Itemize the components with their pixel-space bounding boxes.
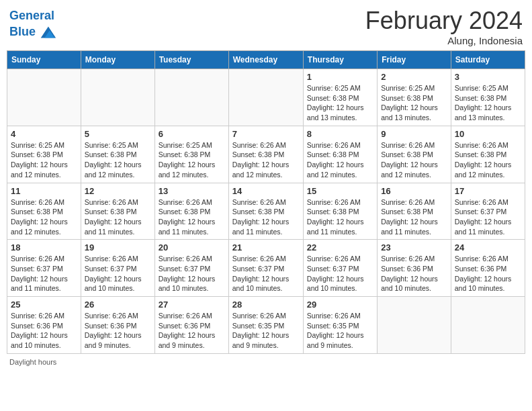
calendar-week-row: 25Sunrise: 6:26 AM Sunset: 6:36 PM Dayli… bbox=[7, 297, 525, 354]
footer: Daylight hours bbox=[7, 358, 525, 366]
calendar-cell: 18Sunrise: 6:26 AM Sunset: 6:37 PM Dayli… bbox=[7, 240, 81, 297]
cell-info-text: Sunrise: 6:26 AM Sunset: 6:38 PM Dayligh… bbox=[307, 140, 373, 180]
cell-info-text: Sunrise: 6:26 AM Sunset: 6:36 PM Dayligh… bbox=[11, 311, 77, 351]
cell-info-text: Sunrise: 6:26 AM Sunset: 6:35 PM Dayligh… bbox=[307, 311, 373, 351]
calendar-week-row: 18Sunrise: 6:26 AM Sunset: 6:37 PM Dayli… bbox=[7, 240, 525, 297]
page-header: General Blue February 2024 Alung, Indone… bbox=[7, 7, 525, 46]
cell-info-text: Sunrise: 6:26 AM Sunset: 6:38 PM Dayligh… bbox=[85, 197, 151, 237]
calendar-table: SundayMondayTuesdayWednesdayThursdayFrid… bbox=[7, 50, 525, 354]
dow-cell: Saturday bbox=[451, 51, 525, 69]
cell-day-number: 24 bbox=[455, 242, 521, 253]
cell-info-text: Sunrise: 6:25 AM Sunset: 6:38 PM Dayligh… bbox=[381, 83, 447, 123]
calendar-cell bbox=[7, 69, 81, 126]
calendar-body: 1Sunrise: 6:25 AM Sunset: 6:38 PM Daylig… bbox=[7, 69, 525, 354]
calendar-week-row: 11Sunrise: 6:26 AM Sunset: 6:38 PM Dayli… bbox=[7, 183, 525, 240]
cell-info-text: Sunrise: 6:26 AM Sunset: 6:36 PM Dayligh… bbox=[455, 254, 521, 293]
cell-day-number: 7 bbox=[232, 129, 300, 139]
cell-info-text: Sunrise: 6:26 AM Sunset: 6:37 PM Dayligh… bbox=[455, 197, 521, 237]
cell-info-text: Sunrise: 6:26 AM Sunset: 6:38 PM Dayligh… bbox=[381, 197, 447, 237]
calendar-cell: 2Sunrise: 6:25 AM Sunset: 6:38 PM Daylig… bbox=[378, 69, 451, 126]
calendar-cell: 26Sunrise: 6:26 AM Sunset: 6:36 PM Dayli… bbox=[81, 297, 154, 354]
calendar-cell: 13Sunrise: 6:26 AM Sunset: 6:38 PM Dayli… bbox=[154, 183, 228, 240]
cell-info-text: Sunrise: 6:26 AM Sunset: 6:36 PM Dayligh… bbox=[85, 311, 151, 351]
cell-day-number: 26 bbox=[85, 300, 151, 310]
cell-day-number: 19 bbox=[85, 242, 151, 253]
dow-cell: Thursday bbox=[303, 51, 377, 69]
location-subtitle: Alung, Indonesia bbox=[365, 35, 523, 46]
calendar-cell: 6Sunrise: 6:25 AM Sunset: 6:38 PM Daylig… bbox=[154, 126, 228, 183]
dow-cell: Friday bbox=[378, 51, 451, 69]
calendar-cell bbox=[378, 297, 451, 354]
cell-day-number: 27 bbox=[159, 300, 225, 310]
cell-day-number: 10 bbox=[455, 129, 521, 139]
month-title: February 2024 bbox=[365, 7, 523, 35]
cell-info-text: Sunrise: 6:26 AM Sunset: 6:37 PM Dayligh… bbox=[232, 254, 300, 293]
cell-info-text: Sunrise: 6:26 AM Sunset: 6:36 PM Dayligh… bbox=[159, 311, 225, 351]
calendar-cell: 16Sunrise: 6:26 AM Sunset: 6:38 PM Dayli… bbox=[378, 183, 451, 240]
cell-info-text: Sunrise: 6:26 AM Sunset: 6:38 PM Dayligh… bbox=[232, 140, 300, 180]
day-of-week-header: SundayMondayTuesdayWednesdayThursdayFrid… bbox=[7, 51, 525, 69]
cell-day-number: 8 bbox=[307, 129, 373, 139]
cell-day-number: 13 bbox=[159, 186, 225, 196]
calendar-cell: 1Sunrise: 6:25 AM Sunset: 6:38 PM Daylig… bbox=[303, 69, 377, 126]
calendar-cell: 20Sunrise: 6:26 AM Sunset: 6:37 PM Dayli… bbox=[154, 240, 228, 297]
dow-cell: Sunday bbox=[7, 51, 81, 69]
calendar-cell: 15Sunrise: 6:26 AM Sunset: 6:38 PM Dayli… bbox=[303, 183, 377, 240]
calendar-cell: 11Sunrise: 6:26 AM Sunset: 6:38 PM Dayli… bbox=[7, 183, 81, 240]
calendar-cell: 4Sunrise: 6:25 AM Sunset: 6:38 PM Daylig… bbox=[7, 126, 81, 183]
cell-info-text: Sunrise: 6:26 AM Sunset: 6:38 PM Dayligh… bbox=[381, 140, 447, 180]
calendar-cell: 28Sunrise: 6:26 AM Sunset: 6:35 PM Dayli… bbox=[228, 297, 303, 354]
calendar-cell: 14Sunrise: 6:26 AM Sunset: 6:38 PM Dayli… bbox=[228, 183, 303, 240]
calendar-week-row: 4Sunrise: 6:25 AM Sunset: 6:38 PM Daylig… bbox=[7, 126, 525, 183]
calendar-cell: 21Sunrise: 6:26 AM Sunset: 6:37 PM Dayli… bbox=[228, 240, 303, 297]
cell-info-text: Sunrise: 6:26 AM Sunset: 6:38 PM Dayligh… bbox=[232, 197, 300, 237]
cell-day-number: 15 bbox=[307, 186, 373, 196]
calendar-cell bbox=[228, 69, 303, 126]
cell-info-text: Sunrise: 6:26 AM Sunset: 6:37 PM Dayligh… bbox=[85, 254, 151, 293]
cell-info-text: Sunrise: 6:25 AM Sunset: 6:38 PM Dayligh… bbox=[159, 140, 225, 180]
footer-text: Daylight hours bbox=[9, 358, 56, 366]
calendar-cell: 7Sunrise: 6:26 AM Sunset: 6:38 PM Daylig… bbox=[228, 126, 303, 183]
cell-day-number: 29 bbox=[307, 300, 373, 310]
cell-day-number: 25 bbox=[11, 300, 77, 310]
cell-day-number: 28 bbox=[232, 300, 300, 310]
cell-day-number: 20 bbox=[159, 242, 225, 253]
calendar-cell: 8Sunrise: 6:26 AM Sunset: 6:38 PM Daylig… bbox=[303, 126, 377, 183]
cell-day-number: 22 bbox=[307, 242, 373, 253]
cell-info-text: Sunrise: 6:26 AM Sunset: 6:38 PM Dayligh… bbox=[455, 140, 521, 180]
cell-day-number: 17 bbox=[455, 186, 521, 196]
cell-day-number: 23 bbox=[381, 242, 447, 253]
calendar-cell: 25Sunrise: 6:26 AM Sunset: 6:36 PM Dayli… bbox=[7, 297, 81, 354]
cell-info-text: Sunrise: 6:26 AM Sunset: 6:38 PM Dayligh… bbox=[159, 197, 225, 237]
calendar-cell: 12Sunrise: 6:26 AM Sunset: 6:38 PM Dayli… bbox=[81, 183, 154, 240]
cell-info-text: Sunrise: 6:25 AM Sunset: 6:38 PM Dayligh… bbox=[85, 140, 151, 180]
calendar-cell: 27Sunrise: 6:26 AM Sunset: 6:36 PM Dayli… bbox=[154, 297, 228, 354]
dow-cell: Monday bbox=[81, 51, 154, 69]
calendar-cell bbox=[154, 69, 228, 126]
cell-info-text: Sunrise: 6:26 AM Sunset: 6:37 PM Dayligh… bbox=[11, 254, 77, 293]
cell-day-number: 6 bbox=[159, 129, 225, 139]
logo: General Blue bbox=[9, 9, 57, 42]
cell-day-number: 9 bbox=[381, 129, 447, 139]
calendar-cell: 9Sunrise: 6:26 AM Sunset: 6:38 PM Daylig… bbox=[378, 126, 451, 183]
logo-text-blue: Blue bbox=[9, 26, 36, 39]
calendar-week-row: 1Sunrise: 6:25 AM Sunset: 6:38 PM Daylig… bbox=[7, 69, 525, 126]
calendar-cell: 17Sunrise: 6:26 AM Sunset: 6:37 PM Dayli… bbox=[451, 183, 525, 240]
cell-day-number: 16 bbox=[381, 186, 447, 196]
calendar-cell: 22Sunrise: 6:26 AM Sunset: 6:37 PM Dayli… bbox=[303, 240, 377, 297]
calendar-cell bbox=[451, 297, 525, 354]
cell-day-number: 1 bbox=[307, 72, 373, 82]
cell-info-text: Sunrise: 6:26 AM Sunset: 6:37 PM Dayligh… bbox=[307, 254, 373, 293]
logo-text: General bbox=[9, 9, 57, 23]
cell-day-number: 2 bbox=[381, 72, 447, 82]
cell-day-number: 21 bbox=[232, 242, 300, 253]
cell-info-text: Sunrise: 6:25 AM Sunset: 6:38 PM Dayligh… bbox=[455, 83, 521, 123]
title-block: February 2024 Alung, Indonesia bbox=[365, 7, 523, 46]
cell-info-text: Sunrise: 6:26 AM Sunset: 6:36 PM Dayligh… bbox=[381, 254, 447, 293]
calendar-cell: 24Sunrise: 6:26 AM Sunset: 6:36 PM Dayli… bbox=[451, 240, 525, 297]
calendar-cell: 23Sunrise: 6:26 AM Sunset: 6:36 PM Dayli… bbox=[378, 240, 451, 297]
cell-day-number: 14 bbox=[232, 186, 300, 196]
calendar-cell: 19Sunrise: 6:26 AM Sunset: 6:37 PM Dayli… bbox=[81, 240, 154, 297]
calendar-cell: 10Sunrise: 6:26 AM Sunset: 6:38 PM Dayli… bbox=[451, 126, 525, 183]
cell-day-number: 18 bbox=[11, 242, 77, 253]
